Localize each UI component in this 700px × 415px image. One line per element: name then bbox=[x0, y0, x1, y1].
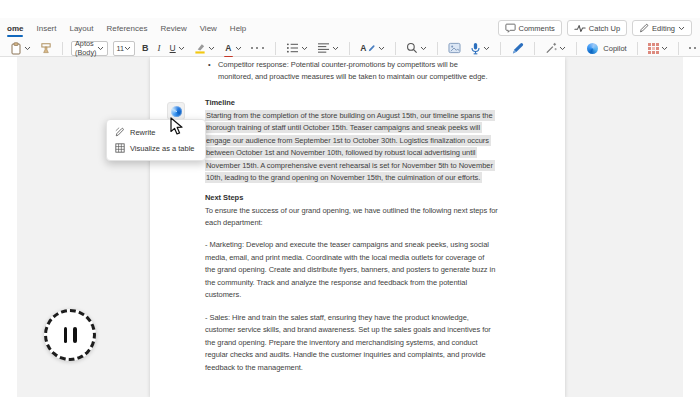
word-app-window: ome Insert Layout References Review View… bbox=[0, 0, 700, 415]
search-icon bbox=[406, 42, 418, 54]
bold-button[interactable]: B bbox=[140, 42, 151, 54]
editor-button[interactable] bbox=[509, 41, 526, 56]
underline-button[interactable]: U bbox=[168, 42, 187, 54]
copilot-button[interactable]: Copilot bbox=[585, 42, 628, 55]
menu-item-visualize-as-table[interactable]: Visualize as a table bbox=[107, 140, 205, 156]
editing-label: Editing bbox=[652, 24, 675, 33]
ribbon: ome Insert Layout References Review View… bbox=[0, 18, 700, 57]
table-icon bbox=[115, 143, 125, 153]
tab-review[interactable]: Review bbox=[160, 24, 186, 33]
highlighter-button[interactable] bbox=[192, 41, 217, 55]
divider bbox=[500, 42, 501, 55]
format-painter-button[interactable] bbox=[38, 41, 54, 55]
chevron-down-icon bbox=[332, 46, 339, 51]
mouse-cursor-icon bbox=[169, 117, 184, 136]
bullet-list-icon bbox=[286, 42, 299, 54]
rewrite-pen-icon bbox=[115, 127, 125, 137]
header-buttons: Comments Catch Up Editing bbox=[498, 20, 692, 36]
pulse-icon bbox=[574, 24, 586, 33]
paragraph-text: To ensure the success of our grand openi… bbox=[205, 206, 498, 227]
paragraph-timeline-selected[interactable]: Starting from the completion of the stor… bbox=[205, 109, 520, 184]
paragraph-marketing[interactable]: - Marketing: Develop and execute the tea… bbox=[205, 239, 520, 301]
pause-bar-icon bbox=[73, 327, 77, 343]
more-formatting-button[interactable] bbox=[249, 46, 268, 50]
find-button[interactable] bbox=[404, 41, 429, 55]
menu-item-rewrite[interactable]: Rewrite bbox=[107, 124, 205, 140]
paragraph-text: Competitor response: Potential counter-p… bbox=[218, 60, 487, 81]
menu-bar: ome Insert Layout References Review View… bbox=[0, 18, 700, 39]
addins-button[interactable] bbox=[646, 42, 670, 55]
catch-up-label: Catch Up bbox=[589, 24, 620, 33]
divider bbox=[637, 42, 638, 55]
more-options-button[interactable] bbox=[687, 46, 700, 50]
tab-home[interactable]: ome bbox=[7, 24, 23, 33]
divider bbox=[62, 42, 63, 55]
highlighter-icon bbox=[194, 42, 206, 54]
pause-indicator-button[interactable] bbox=[44, 309, 96, 361]
style-pen-icon bbox=[368, 44, 376, 52]
styles-label: A bbox=[360, 44, 366, 52]
paragraph-sales[interactable]: - Sales: Hire and train the sales staff,… bbox=[205, 312, 520, 374]
tab-view[interactable]: View bbox=[200, 24, 217, 33]
comments-button[interactable]: Comments bbox=[498, 20, 562, 36]
chevron-down-icon bbox=[678, 26, 685, 31]
divider bbox=[437, 42, 438, 55]
pencil-icon bbox=[639, 23, 649, 33]
paragraph-text: - Sales: Hire and train the sales staff,… bbox=[205, 313, 491, 372]
bullet-list-button[interactable] bbox=[284, 41, 310, 55]
copilot-logo-icon bbox=[587, 43, 598, 54]
designer-icon bbox=[448, 42, 461, 54]
comment-icon bbox=[505, 23, 516, 33]
paragraph-next-steps-intro[interactable]: To ensure the success of our grand openi… bbox=[205, 205, 520, 230]
dictate-button[interactable] bbox=[468, 41, 492, 56]
font-name-value: Aptos (Body) bbox=[75, 39, 97, 57]
catch-up-button[interactable]: Catch Up bbox=[567, 20, 627, 36]
chevron-down-icon bbox=[97, 46, 104, 51]
paintbrush-icon bbox=[40, 42, 52, 54]
copilot-context-menu: Rewrite Visualize as a table bbox=[106, 119, 206, 161]
paragraph-competitor-response[interactable]: Competitor response: Potential counter-p… bbox=[205, 59, 520, 84]
align-lines-icon bbox=[317, 42, 330, 54]
chevron-down-icon bbox=[301, 46, 308, 51]
divider bbox=[349, 42, 350, 55]
next-steps-heading[interactable]: Next Steps bbox=[205, 192, 520, 204]
chevron-down-icon bbox=[178, 46, 185, 51]
chevron-down-icon bbox=[661, 46, 668, 51]
autoformat-button[interactable] bbox=[543, 41, 568, 55]
bold-label: B bbox=[142, 43, 149, 53]
styles-button[interactable]: A bbox=[358, 43, 387, 53]
italic-label: I bbox=[158, 43, 161, 53]
divider bbox=[534, 42, 535, 55]
tab-layout[interactable]: Layout bbox=[69, 24, 93, 33]
paragraph-text: - Marketing: Develop and execute the tea… bbox=[205, 240, 495, 299]
addins-grid-icon bbox=[648, 43, 659, 54]
tab-references[interactable]: References bbox=[107, 24, 148, 33]
visualize-label: Visualize as a table bbox=[130, 144, 195, 153]
font-color-label: A bbox=[225, 43, 231, 53]
font-size-select[interactable]: 11 bbox=[113, 41, 136, 56]
editor-pen-icon bbox=[511, 42, 524, 55]
divider bbox=[395, 42, 396, 55]
italic-button[interactable]: I bbox=[156, 42, 163, 54]
tab-help[interactable]: Help bbox=[230, 24, 246, 33]
font-color-icon: A bbox=[224, 37, 233, 58]
chevron-down-icon bbox=[483, 46, 490, 51]
font-name-select[interactable]: Aptos (Body) bbox=[71, 41, 108, 56]
chevron-down-icon bbox=[24, 46, 31, 51]
chevron-down-icon bbox=[420, 46, 427, 51]
designer-button[interactable] bbox=[446, 41, 463, 55]
rewrite-label: Rewrite bbox=[130, 128, 155, 137]
timeline-heading[interactable]: Timeline bbox=[205, 97, 520, 109]
editing-mode-button[interactable]: Editing bbox=[632, 20, 692, 36]
chevron-down-icon bbox=[235, 46, 242, 51]
underline-label: U bbox=[170, 43, 176, 53]
paste-button[interactable] bbox=[8, 41, 33, 56]
font-size-value: 11 bbox=[117, 44, 125, 53]
copilot-label: Copilot bbox=[603, 44, 626, 53]
align-button[interactable] bbox=[315, 41, 341, 55]
selected-text: Starting from the completion of the stor… bbox=[205, 110, 495, 183]
chevron-down-icon bbox=[559, 46, 566, 51]
tab-insert[interactable]: Insert bbox=[36, 24, 56, 33]
clipboard-icon bbox=[10, 42, 22, 55]
pause-bar-icon bbox=[64, 327, 68, 343]
